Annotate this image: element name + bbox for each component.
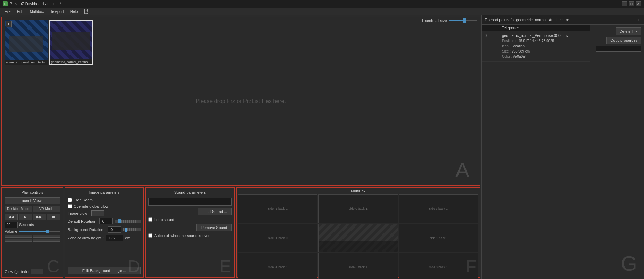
multibox-cell[interactable]: side 1 back0 bbox=[399, 224, 478, 252]
cell-label: side 0 back 1 bbox=[429, 265, 448, 269]
menu-multibox[interactable]: Multibox bbox=[27, 9, 47, 14]
loop-sound-label: Loop sound bbox=[154, 217, 174, 222]
cell-label: side 1 back0 bbox=[430, 236, 447, 240]
right-panel-body: id Teleporter 0 geometric_normal_Penthou… bbox=[482, 25, 644, 279]
cell-label: side 0 back-1 bbox=[349, 207, 368, 210]
free-roam-row: Free Roam bbox=[68, 198, 141, 202]
more-controls-2 bbox=[5, 239, 60, 242]
default-rotation-label: Default Rotation : bbox=[68, 219, 97, 223]
multibox-cell[interactable]: side -1 back-1 bbox=[238, 194, 317, 223]
panel-d-title: Image parameters bbox=[68, 190, 141, 194]
load-sound-row: Load Sound ... bbox=[148, 208, 232, 215]
menu-help[interactable]: Help bbox=[67, 9, 81, 14]
thumbnail-label: geometric_normal_Penthouse bbox=[50, 59, 92, 64]
copy-properties-button[interactable]: Copy properties bbox=[606, 37, 641, 44]
default-rotation-slider[interactable] bbox=[115, 220, 141, 223]
panel-e-label: E bbox=[220, 258, 231, 275]
right-panel: Teleport points for geometric_normal_Arc… bbox=[481, 15, 644, 279]
multibox-grid: side -1 back-1 side 0 back-1 side 1 back… bbox=[238, 194, 478, 279]
thumbnail-item[interactable]: geometric_normal_Penthouse bbox=[49, 20, 93, 65]
panel-f-multibox: MultiBox side -1 back-1 side 0 back-1 si… bbox=[236, 187, 480, 278]
volume-row: Volume bbox=[5, 229, 60, 233]
color-label: Color : bbox=[502, 55, 512, 58]
multibox-cell[interactable]: side -1 back 0 bbox=[238, 224, 317, 252]
right-panel-close-button[interactable]: □ bbox=[639, 17, 641, 22]
autonext-checkbox[interactable] bbox=[148, 233, 152, 238]
size-label: Size : bbox=[502, 49, 511, 53]
remove-sound-button[interactable]: Remove Sound bbox=[196, 224, 232, 231]
edit-bg-row: Edit Background Image ... bbox=[68, 267, 141, 274]
volume-slider[interactable] bbox=[19, 231, 60, 232]
load-sound-button[interactable]: Load Sound ... bbox=[198, 208, 232, 215]
delete-link-button[interactable]: Delete link bbox=[616, 27, 641, 35]
zone-of-view-label: Zone of View height : bbox=[68, 236, 104, 240]
cell-label: side 1 back-1 bbox=[429, 207, 448, 210]
menu-bar: File Edit Multibox Teleport Help B bbox=[0, 8, 644, 15]
loop-sound-checkbox[interactable] bbox=[148, 217, 152, 222]
thumb-size-slider[interactable] bbox=[449, 20, 477, 21]
col-teleporter-header: Teleporter bbox=[499, 26, 590, 30]
glow-global-row: Glow (global) : bbox=[5, 269, 60, 274]
autonext-label: Autonext when the sound is over bbox=[154, 233, 210, 238]
stop-button[interactable]: ⏹ bbox=[47, 214, 60, 220]
close-button[interactable]: ✕ bbox=[636, 1, 641, 6]
size-value: 293.989 cm bbox=[512, 49, 530, 53]
multibox-cell[interactable]: side 0 back-1 bbox=[318, 194, 398, 223]
maximize-button[interactable]: □ bbox=[629, 1, 634, 6]
drop-hint: Please drop Prz or PrzList files here. bbox=[196, 98, 286, 104]
drop-area[interactable]: Thumbnail size T bbox=[1, 17, 480, 186]
panel-c-title: Play controls bbox=[5, 190, 60, 194]
vr-mode-button[interactable]: VR Mode bbox=[33, 206, 60, 212]
default-rotation-row: Default Rotation : bbox=[68, 218, 141, 224]
zone-of-view-input[interactable] bbox=[106, 235, 123, 241]
desktop-mode-button[interactable]: Desktop Mode bbox=[5, 206, 32, 212]
ctrl-btn-4[interactable] bbox=[33, 239, 60, 242]
menu-teleport[interactable]: Teleport bbox=[48, 9, 67, 14]
teleport-row[interactable]: 0 geometric_normal_Penthouse.0000.prz Po… bbox=[482, 31, 590, 62]
menu-edit[interactable]: Edit bbox=[14, 9, 26, 14]
menu-file[interactable]: File bbox=[2, 9, 14, 14]
image-glow-color[interactable] bbox=[91, 210, 104, 216]
minimize-button[interactable]: – bbox=[622, 1, 627, 6]
glow-global-color[interactable] bbox=[31, 269, 43, 274]
ctrl-btn-1[interactable] bbox=[5, 235, 32, 238]
panel-e-title: Sound parameters bbox=[148, 190, 232, 194]
teleport-table-header: id Teleporter bbox=[482, 25, 590, 31]
thumbnail-item[interactable]: T eometric_normal_Architectu bbox=[5, 20, 48, 65]
title-bar-left: P PresenZ Dashboard - untitled* bbox=[3, 1, 61, 6]
sound-file-input[interactable] bbox=[148, 198, 232, 206]
seconds-input[interactable] bbox=[5, 222, 18, 228]
bottom-panels: Play controls Launch Viewer Desktop Mode… bbox=[1, 187, 480, 278]
seconds-label: Seconds bbox=[19, 223, 34, 227]
panel-f-title: MultiBox bbox=[238, 189, 478, 193]
title-bar-controls[interactable]: – □ ✕ bbox=[622, 1, 641, 6]
panel-c-play-controls: Play controls Launch Viewer Desktop Mode… bbox=[1, 187, 63, 278]
prev-button[interactable]: ◀◀ bbox=[5, 214, 18, 220]
background-rotation-input[interactable] bbox=[108, 226, 121, 233]
override-glow-checkbox[interactable] bbox=[68, 204, 72, 208]
multibox-cell[interactable]: side 1 back-1 bbox=[399, 194, 478, 223]
background-rotation-label: Background Rotation : bbox=[68, 228, 106, 232]
multibox-cell[interactable]: side 0 back 1 bbox=[318, 253, 398, 279]
cell-label: side -1 back-1 bbox=[268, 207, 288, 210]
window-title: PresenZ Dashboard - untitled* bbox=[10, 2, 61, 6]
cell-image bbox=[319, 224, 397, 252]
multibox-cell[interactable]: side 0 back 1 bbox=[399, 253, 478, 279]
zone-of-view-unit: cm bbox=[125, 236, 130, 240]
ctrl-btn-2[interactable] bbox=[33, 235, 60, 238]
ctrl-btn-3[interactable] bbox=[5, 239, 32, 242]
teleport-actions: Delete link Copy properties bbox=[590, 25, 644, 279]
launch-viewer-button[interactable]: Launch Viewer bbox=[5, 197, 60, 204]
free-roam-label: Free Roam bbox=[74, 198, 93, 202]
thumb-size-label: Thumbnail size bbox=[421, 18, 447, 23]
multibox-cell-center[interactable] bbox=[318, 224, 398, 252]
free-roam-checkbox[interactable] bbox=[68, 198, 72, 202]
right-panel-header: Teleport points for geometric_normal_Arc… bbox=[482, 15, 644, 25]
background-rotation-slider[interactable] bbox=[123, 228, 141, 231]
next-button[interactable]: ▶▶ bbox=[33, 214, 46, 220]
default-rotation-input[interactable] bbox=[99, 218, 113, 224]
edit-background-button[interactable]: Edit Background Image ... bbox=[68, 267, 141, 274]
teleport-text-input[interactable] bbox=[596, 46, 641, 52]
play-button[interactable]: ▶ bbox=[19, 214, 32, 220]
multibox-cell[interactable]: side -1 back 1 bbox=[238, 253, 317, 279]
